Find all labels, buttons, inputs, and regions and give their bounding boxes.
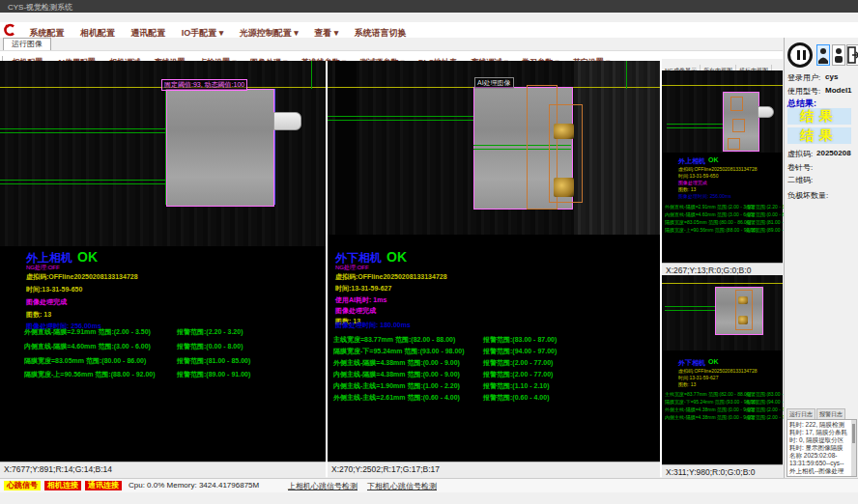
measurement-alarm: 报警范围:(0.60 - 4.00) bbox=[483, 393, 549, 403]
mini-top-process-done: 图像处理完成 bbox=[678, 180, 707, 185]
mini-bottom-coordinate-bar: X:311;Y:980;R:0;G:0;B:0 bbox=[662, 464, 783, 478]
measurement-row: 外侧主线-主线=2.61mm 范围:(0.60 - 4.00) bbox=[333, 393, 460, 403]
mini-top-time: 时间:13-31-59-650 bbox=[678, 173, 718, 179]
ai-detect-box bbox=[728, 138, 740, 150]
tab-strip: 运行图像 bbox=[0, 38, 858, 50]
detected-feature-blob bbox=[554, 178, 574, 197]
left-camera-panel[interactable]: 固定阈值:93, 动态阈值:100 外上相机 OK NG处理:OFF 虚拟码:O… bbox=[0, 61, 326, 462]
ai-detect-box bbox=[732, 119, 745, 132]
middle-ng-line: NG处理:OFF bbox=[335, 264, 369, 272]
middle-ai-line: 使用AI耗时: 1ms bbox=[335, 295, 386, 305]
mini-top-barcode: 虚拟码:OFFline20250208133134728 bbox=[678, 166, 757, 172]
measurement-row: 内侧直线-隔膜=4.60mm 范围:(3.00 - 6.00) bbox=[24, 342, 151, 351]
measurement-row: 外侧直线-隔膜=2.91mm 范围:(2.00 - 3.50) bbox=[24, 327, 151, 337]
negative-bad-count-label: 负极坏数量: bbox=[787, 190, 828, 201]
mini-bottom-image[interactable] bbox=[662, 275, 783, 350]
left-time: 时间:13-31-59-650 bbox=[26, 285, 82, 294]
measurement-alarm: 报警范围:(1.10 - 2.10) bbox=[483, 381, 549, 391]
model-label: 使用型号: bbox=[787, 86, 820, 97]
overlay-vline-green bbox=[311, 61, 312, 89]
cpu-memory-text: Cpu: 0.0% Memory: 3424.41796875M bbox=[129, 481, 259, 490]
mini-measure-row: 外侧主线-隔膜=4.38mm 范围:(0.00 - 9.00) bbox=[665, 406, 755, 412]
pause-icon bbox=[797, 50, 800, 60]
user-icon bbox=[817, 45, 829, 65]
detected-feature-blob bbox=[738, 296, 748, 304]
measurement-alarm: 报警范围:(2.00 - 77.00) bbox=[483, 358, 553, 368]
window-title: CYS-视觉检测系统 bbox=[8, 2, 72, 13]
middle-process-done: 图像处理完成 bbox=[335, 306, 376, 316]
scroll-thumb[interactable] bbox=[852, 424, 855, 443]
overlay-vline-green bbox=[165, 89, 166, 205]
comm-link-badge: 通讯连接 bbox=[85, 481, 122, 490]
login-user-value[interactable]: cys bbox=[825, 72, 838, 81]
measurement-row: 主线宽度=83.77mm 范围:(82.00 - 88.00) bbox=[333, 335, 455, 345]
mini-top-panel[interactable]: 外上相机 OK 虚拟码:OFFline20250208133134728 时间:… bbox=[662, 70, 783, 263]
measurement-row: 隔膜宽度-上=90.56mm 范围:(88.00 - 92.00) bbox=[24, 370, 156, 379]
mini-bottom-status: OK bbox=[708, 358, 719, 365]
mini-top-coordinate-bar: X:267;Y:13;R:0;G:0;B:0 bbox=[662, 263, 783, 276]
mini-measure-row: 内侧直线-隔膜=4.60mm 范围:(3.00 - 6.00) bbox=[665, 211, 755, 217]
mini-measure-row: 外侧直线-隔膜=2.91mm 范围:(2.00 - 3.50) bbox=[665, 204, 755, 210]
mini-bottom-pixel-coords: X:311;Y:980;R:0;G:0;B:0 bbox=[666, 467, 755, 477]
measurement-row: 隔膜宽度-下=95.24mm 范围:(93.00 - 98.00) bbox=[333, 347, 465, 356]
right-control-panel: 登录用户: cys 使用型号: Model1 总结果: 结果 结果 虚拟码: 2… bbox=[784, 38, 858, 478]
model-value[interactable]: Model1 bbox=[825, 86, 852, 95]
mini-bottom-time: 时间:13-31-59-627 bbox=[678, 375, 718, 380]
qr-code-label: 二维码: bbox=[787, 175, 813, 185]
mini-top-status: OK bbox=[708, 156, 719, 163]
tab-run-image[interactable]: 运行图像 bbox=[3, 38, 51, 50]
measurement-row: 外侧主线-隔膜=4.38mm 范围:(0.00 - 9.00) bbox=[333, 358, 460, 368]
mini-measure-row: 隔膜宽度-下=95.24mm 范围:(93.00 - 98.00) bbox=[665, 399, 758, 405]
mini-measure-row: 内侧主线-隔膜=4.38mm 范围:(0.00 - 9.00) bbox=[665, 414, 755, 420]
measurement-row: 隔膜宽度=83.05mm 范围:(80.00 - 86.00) bbox=[24, 356, 146, 366]
measurement-alarm: 报警范围:(83.00 - 87.00) bbox=[483, 335, 557, 345]
virtual-code-label: 虚拟码: bbox=[787, 149, 813, 159]
left-ng-line: NG处理:OFF bbox=[26, 264, 60, 272]
threshold-label: 固定阈值:93, 动态阈值:100 bbox=[161, 79, 247, 91]
result-badge-top: 结果 bbox=[787, 108, 851, 125]
mini-measure-row: 隔膜宽度=83.05mm 范围:(80.00 - 86.00) bbox=[665, 219, 751, 225]
left-process-done: 图像处理完成 bbox=[26, 297, 67, 307]
log-text: 耗时: 222, 隔膜检测耗时: 17, 隔膜分条耗时: 0, 隔膜提取分区耗时… bbox=[789, 421, 849, 477]
heartbeat-badge: 心跳信号 bbox=[4, 481, 41, 490]
left-camera-image[interactable]: 固定阈值:93, 动态阈值:100 bbox=[0, 61, 326, 246]
middle-coordinate-bar: X:270;Y:2502;R:17;G:17;B:17 bbox=[328, 462, 660, 478]
mini-bottom-panel[interactable]: 外下相机 OK 虚拟码:OFFline20250208133134728 时间:… bbox=[662, 275, 783, 464]
battery-cell-region bbox=[166, 89, 274, 207]
mini-top-proc-time: 图像处理时间: 256.00ms bbox=[678, 193, 731, 199]
login-user-button[interactable] bbox=[816, 44, 830, 66]
middle-pixel-coords: X:270;Y:2502;R:17;G:17;B:17 bbox=[331, 464, 440, 474]
middle-camera-status: OK bbox=[386, 249, 407, 265]
pause-button[interactable] bbox=[787, 42, 813, 68]
app-window: CYS-视觉检测系统 系统配置 相机配置 通讯配置 IO手配置 ▾ 光源控制配置… bbox=[0, 0, 858, 504]
detected-feature-blob bbox=[738, 316, 748, 324]
log-box[interactable]: 耗时: 222, 隔膜检测耗时: 17, 隔膜分条耗时: 0, 隔膜提取分区耗时… bbox=[786, 419, 857, 477]
exit-button[interactable] bbox=[846, 44, 858, 66]
middle-time: 时间:13-31-59-627 bbox=[335, 284, 391, 294]
left-frame-count: 图数: 13 bbox=[26, 310, 51, 320]
app-logo-icon bbox=[3, 23, 16, 37]
log-scrollbar[interactable] bbox=[851, 420, 856, 476]
status-bar: 心跳信号 相机连接 通讯连接 Cpu: 0.0% Memory: 3424.41… bbox=[0, 478, 858, 492]
measurement-alarm: 报警范围:(89.00 - 91.00) bbox=[177, 370, 250, 379]
measurement-alarm: 报警范围:(2.00 - 77.00) bbox=[483, 370, 553, 379]
overlay-baseline-yellow bbox=[662, 85, 783, 86]
measurement-alarm: 报警范围:(81.00 - 85.00) bbox=[177, 356, 250, 366]
pause-icon bbox=[803, 50, 806, 60]
upper-camera-heartbeat-link[interactable]: 上相机心跳信号检测 bbox=[288, 481, 358, 491]
overlay-vline-cyan bbox=[274, 89, 275, 205]
detected-feature-blob bbox=[554, 124, 574, 139]
camera-link-badge: 相机连接 bbox=[44, 481, 81, 490]
tab-connector-shape bbox=[758, 106, 774, 118]
mini-top-image[interactable] bbox=[662, 70, 783, 153]
middle-camera-panel[interactable]: AI处理图像 外下相机 OK NG处理:OFF 虚拟码:OFFline20250… bbox=[328, 61, 660, 462]
lower-camera-heartbeat-link[interactable]: 下相机心跳信号检测 bbox=[367, 481, 437, 491]
tab-connector-shape bbox=[273, 112, 301, 130]
menu-bar: 系统配置 相机配置 通讯配置 IO手配置 ▾ 光源控制配置 ▾ 查看 ▾ 系统语… bbox=[0, 22, 858, 39]
measurement-row: 内侧主线-隔膜=4.38mm 范围:(0.00 - 9.00) bbox=[333, 370, 460, 379]
result-badge-bottom: 结果 bbox=[787, 127, 851, 144]
winding-pin-label: 卷针号: bbox=[787, 162, 813, 173]
title-bar: CYS-视觉检测系统 bbox=[0, 0, 858, 13]
user-switch-button[interactable] bbox=[832, 44, 845, 66]
middle-camera-image[interactable]: AI处理图像 bbox=[328, 61, 660, 235]
